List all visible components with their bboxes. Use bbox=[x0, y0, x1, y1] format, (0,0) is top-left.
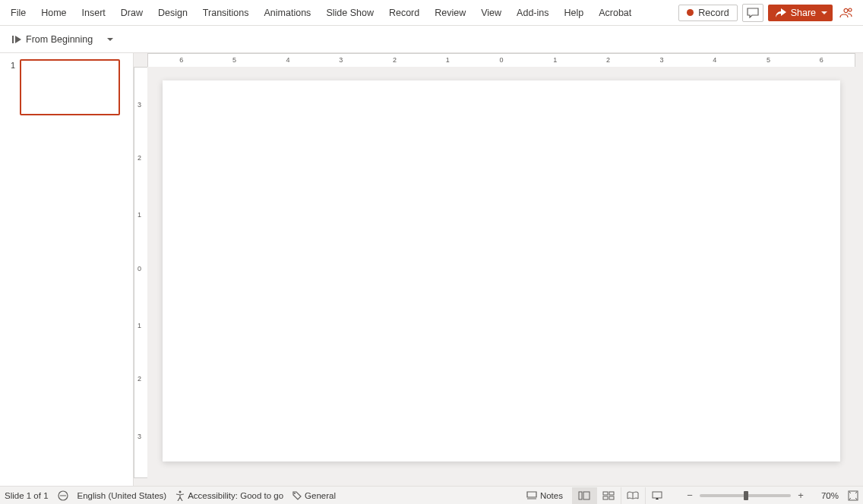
svg-point-1 bbox=[294, 493, 296, 494]
ruler-mark: 3 bbox=[138, 433, 141, 440]
spellcheck-icon bbox=[58, 490, 68, 501]
svg-rect-4 bbox=[603, 492, 608, 495]
accessibility-label: Accessibility: Good to go bbox=[188, 491, 283, 500]
vertical-ruler[interactable]: 3 2 1 0 1 2 3 bbox=[134, 67, 147, 478]
general-label: General bbox=[305, 491, 336, 500]
ruler-mark: 6 bbox=[179, 56, 183, 64]
svg-rect-3 bbox=[583, 492, 590, 499]
from-beginning-label: From Beginning bbox=[26, 34, 93, 45]
svg-rect-6 bbox=[603, 496, 608, 499]
menu-bar: File Home Insert Draw Design Transitions… bbox=[0, 0, 863, 26]
svg-rect-5 bbox=[609, 492, 614, 495]
share-button[interactable]: Share bbox=[768, 5, 833, 21]
zoom-in-button[interactable]: + bbox=[795, 490, 806, 501]
zoom-out-button[interactable]: − bbox=[684, 490, 695, 501]
reading-view-icon bbox=[627, 491, 639, 500]
accessibility-icon bbox=[175, 490, 185, 501]
tab-transitions[interactable]: Transitions bbox=[195, 0, 257, 26]
tab-insert[interactable]: Insert bbox=[74, 0, 113, 26]
ruler-mark: 5 bbox=[232, 56, 236, 64]
ruler-mark: 3 bbox=[339, 56, 343, 64]
slide-sorter-view-button[interactable] bbox=[596, 487, 621, 504]
zoom-slider[interactable] bbox=[700, 494, 791, 497]
tab-home[interactable]: Home bbox=[33, 0, 74, 26]
tab-record[interactable]: Record bbox=[381, 0, 427, 26]
main-area: 1 6 5 4 3 2 1 0 1 2 3 4 5 6 3 2 1 0 1 bbox=[0, 53, 863, 486]
chevron-down-icon bbox=[106, 36, 114, 43]
fit-to-window-button[interactable] bbox=[848, 490, 858, 501]
tab-slide-show[interactable]: Slide Show bbox=[318, 0, 381, 26]
menu-right-group: Record Share bbox=[678, 4, 860, 22]
tab-add-ins[interactable]: Add-ins bbox=[509, 0, 556, 26]
ruler-mark: 2 bbox=[138, 154, 141, 162]
svg-rect-8 bbox=[653, 492, 662, 498]
tab-design[interactable]: Design bbox=[150, 0, 195, 26]
people-icon bbox=[839, 7, 853, 19]
slideshow-view-button[interactable] bbox=[645, 487, 669, 504]
tab-acrobat[interactable]: Acrobat bbox=[591, 0, 639, 26]
ribbon: From Beginning bbox=[0, 26, 863, 53]
comments-button[interactable] bbox=[742, 4, 763, 22]
from-beginning-dropdown[interactable] bbox=[102, 33, 119, 46]
notes-button[interactable]: Notes bbox=[526, 491, 563, 500]
zoom-group: − + bbox=[684, 490, 806, 501]
thumbnail-number: 1 bbox=[8, 59, 15, 115]
thumbnail-panel: 1 bbox=[0, 53, 134, 486]
sorter-view-icon bbox=[602, 491, 615, 500]
general-status[interactable]: General bbox=[292, 491, 336, 500]
ruler-mark: 1 bbox=[138, 211, 141, 219]
zoom-slider-thumb[interactable] bbox=[744, 491, 748, 500]
tag-icon bbox=[292, 491, 302, 500]
normal-view-button[interactable] bbox=[572, 487, 596, 504]
from-beginning-button[interactable]: From Beginning bbox=[5, 31, 99, 48]
ruler-mark: 6 bbox=[820, 56, 823, 64]
ruler-mark: 2 bbox=[393, 56, 397, 64]
status-bar: Slide 1 of 1 English (United States) Acc… bbox=[0, 486, 863, 504]
slide-wrap bbox=[147, 67, 863, 486]
svg-rect-2 bbox=[579, 492, 582, 499]
spellcheck-button[interactable] bbox=[58, 490, 68, 501]
slide-canvas[interactable] bbox=[163, 80, 840, 461]
record-button[interactable]: Record bbox=[678, 5, 737, 21]
people-button[interactable] bbox=[837, 4, 855, 22]
reading-view-button[interactable] bbox=[621, 487, 645, 504]
svg-point-0 bbox=[179, 490, 182, 493]
ruler-mark: 4 bbox=[713, 56, 716, 64]
tab-review[interactable]: Review bbox=[427, 0, 473, 26]
slideshow-icon bbox=[651, 491, 663, 500]
ruler-mark: 1 bbox=[446, 56, 450, 64]
from-beginning-icon bbox=[11, 34, 21, 45]
ruler-mark: 2 bbox=[138, 375, 141, 383]
zoom-percent[interactable]: 70% bbox=[821, 491, 839, 500]
thumbnail-slide-1[interactable] bbox=[20, 59, 120, 115]
slide-indicator[interactable]: Slide 1 of 1 bbox=[5, 491, 49, 500]
ruler-mark: 0 bbox=[499, 56, 503, 64]
share-button-label: Share bbox=[791, 8, 816, 18]
notes-label: Notes bbox=[540, 491, 563, 500]
record-button-label: Record bbox=[698, 8, 729, 18]
tab-view[interactable]: View bbox=[473, 0, 509, 26]
ruler-mark: 1 bbox=[138, 322, 141, 329]
notes-icon bbox=[526, 491, 537, 500]
tab-help[interactable]: Help bbox=[556, 0, 591, 26]
tab-animations[interactable]: Animations bbox=[257, 0, 319, 26]
fit-window-icon bbox=[848, 490, 858, 501]
normal-view-icon bbox=[578, 491, 590, 500]
comment-icon bbox=[747, 8, 759, 18]
tab-draw[interactable]: Draw bbox=[113, 0, 150, 26]
share-arrow-icon bbox=[776, 8, 786, 17]
ruler-mark: 3 bbox=[138, 101, 141, 109]
language-status[interactable]: English (United States) bbox=[77, 491, 167, 500]
svg-rect-7 bbox=[609, 496, 614, 499]
ruler-mark: 2 bbox=[606, 56, 610, 64]
tab-file[interactable]: File bbox=[3, 0, 33, 26]
canvas-area: 6 5 4 3 2 1 0 1 2 3 4 5 6 3 2 1 0 1 2 3 bbox=[134, 53, 863, 486]
menu-tabs: File Home Insert Draw Design Transitions… bbox=[3, 0, 639, 26]
accessibility-status[interactable]: Accessibility: Good to go bbox=[175, 490, 283, 501]
ruler-mark: 4 bbox=[286, 56, 290, 64]
thumbnail-row-1[interactable]: 1 bbox=[8, 59, 125, 115]
horizontal-ruler[interactable]: 6 5 4 3 2 1 0 1 2 3 4 5 6 bbox=[147, 53, 855, 67]
ruler-mark: 5 bbox=[767, 56, 770, 64]
view-mode-group bbox=[572, 487, 669, 504]
ruler-mark: 1 bbox=[553, 56, 557, 64]
